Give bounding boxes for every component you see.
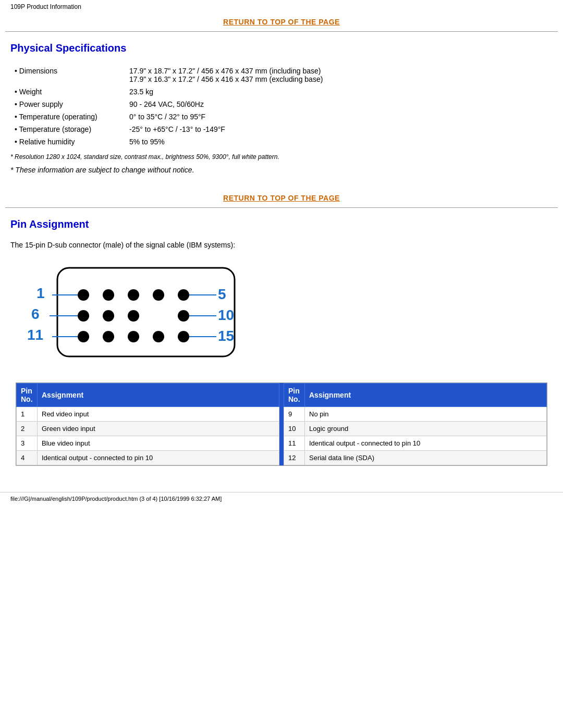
status-bar-text: file:///G|/manual/english/109P/product/p… bbox=[10, 496, 222, 502]
svg-point-20 bbox=[78, 331, 89, 342]
pin-assignment: Serial data line (SDA) bbox=[305, 451, 547, 465]
pin-number: 3 bbox=[17, 436, 38, 451]
svg-text:5: 5 bbox=[218, 286, 226, 302]
pin-assignment: Identical output - connected to pin 10 bbox=[305, 436, 547, 451]
svg-point-3 bbox=[78, 289, 89, 301]
spec-value-humidity: 5% to 95% bbox=[125, 135, 553, 148]
pin-number: 2 bbox=[17, 422, 38, 436]
spec-row-dimensions: • Dimensions 17.9" x 18.7" x 17.2" / 456… bbox=[10, 65, 553, 85]
svg-point-22 bbox=[128, 331, 139, 342]
pin-number: 10 bbox=[284, 422, 305, 436]
return-link-middle[interactable]: RETURN TO TOP OF THE PAGE bbox=[0, 190, 563, 207]
svg-point-4 bbox=[103, 289, 114, 301]
table-row: 1 Red video input bbox=[17, 407, 279, 422]
spec-row-temp-storage: • Temperature (storage) -25° to +65°C / … bbox=[10, 123, 553, 135]
spec-label-temp-st: • Temperature (storage) bbox=[10, 123, 125, 135]
svg-point-21 bbox=[103, 331, 114, 342]
pin-table-left: PinNo. Assignment 1 Red video input 2 Gr… bbox=[16, 383, 279, 465]
spec-table: • Dimensions 17.9" x 18.7" x 17.2" / 456… bbox=[10, 65, 553, 148]
svg-point-24 bbox=[178, 331, 189, 342]
table-row: 3 Blue video input bbox=[17, 436, 279, 451]
svg-point-14 bbox=[128, 310, 139, 322]
pin-number: 4 bbox=[17, 451, 38, 465]
assignment-header-left: Assignment bbox=[38, 384, 279, 407]
svg-point-13 bbox=[103, 310, 114, 322]
physical-specs-title: Physical Specifications bbox=[10, 42, 553, 54]
svg-text:15: 15 bbox=[218, 328, 234, 344]
pin-assignment-section: Pin Assignment The 15-pin D-sub connecto… bbox=[0, 208, 563, 482]
connector-diagram: 1 5 6 10 bbox=[10, 257, 553, 372]
pin-number: 12 bbox=[284, 451, 305, 465]
return-link-top[interactable]: RETURN TO TOP OF THE PAGE bbox=[0, 14, 563, 31]
physical-specs-section: Physical Specifications • Dimensions 17.… bbox=[0, 32, 563, 190]
status-bar: file:///G|/manual/english/109P/product/p… bbox=[0, 492, 563, 505]
svg-point-7 bbox=[178, 289, 189, 301]
footnote-text: * Resolution 1280 x 1024, standard size,… bbox=[10, 153, 279, 161]
pin-assignment: Blue video input bbox=[38, 436, 279, 451]
pin-number: 1 bbox=[17, 407, 38, 422]
pin-table-right-header: PinNo. Assignment bbox=[284, 384, 547, 407]
pin-assignment-title: Pin Assignment bbox=[10, 218, 553, 230]
spec-label-temp-op: • Temperature (operating) bbox=[10, 110, 125, 123]
spec-row-humidity: • Relative humidity 5% to 95% bbox=[10, 135, 553, 148]
table-row: 11 Identical output - connected to pin 1… bbox=[284, 436, 547, 451]
spec-value-dimensions: 17.9" x 18.7" x 17.2" / 456 x 476 x 437 … bbox=[125, 65, 553, 85]
spec-label-humidity: • Relative humidity bbox=[10, 135, 125, 148]
pin-assignment: No pin bbox=[305, 407, 547, 422]
pin-number: 9 bbox=[284, 407, 305, 422]
spec-value-temp-st: -25° to +65°C / -13° to -149°F bbox=[125, 123, 553, 135]
pin-table-right: PinNo. Assignment 9 No pin 10 Logic grou… bbox=[284, 383, 547, 465]
svg-text:11: 11 bbox=[27, 327, 43, 343]
pin-assignment: Green video input bbox=[38, 422, 279, 436]
pin-no-header-left: PinNo. bbox=[17, 384, 38, 407]
svg-point-6 bbox=[153, 289, 164, 301]
table-row: 12 Serial data line (SDA) bbox=[284, 451, 547, 465]
svg-point-23 bbox=[153, 331, 164, 342]
footnote: * Resolution 1280 x 1024, standard size,… bbox=[10, 153, 553, 161]
pin-table-left-header: PinNo. Assignment bbox=[17, 384, 279, 407]
svg-point-5 bbox=[128, 289, 139, 301]
spec-row-weight: • Weight 23.5 kg bbox=[10, 85, 553, 98]
connector-svg: 1 5 6 10 bbox=[26, 257, 276, 372]
svg-text:1: 1 bbox=[36, 285, 45, 301]
return-to-top-link[interactable]: RETURN TO TOP OF THE PAGE bbox=[223, 18, 340, 26]
spec-value-weight: 23.5 kg bbox=[125, 85, 553, 98]
pin-description: The 15-pin D-sub connector (male) of the… bbox=[10, 241, 553, 249]
spec-value-power: 90 - 264 VAC, 50/60Hz bbox=[125, 98, 553, 110]
table-row: 9 No pin bbox=[284, 407, 547, 422]
pin-no-header-right: PinNo. bbox=[284, 384, 305, 407]
topbar-text: 109P Product Information bbox=[10, 3, 81, 10]
svg-point-12 bbox=[78, 310, 89, 322]
return-to-top-link-2[interactable]: RETURN TO TOP OF THE PAGE bbox=[223, 194, 340, 202]
svg-text:6: 6 bbox=[31, 306, 40, 322]
table-row: 2 Green video input bbox=[17, 422, 279, 436]
spec-row-power: • Power supply 90 - 264 VAC, 50/60Hz bbox=[10, 98, 553, 110]
table-row: 10 Logic ground bbox=[284, 422, 547, 436]
spec-label-weight: • Weight bbox=[10, 85, 125, 98]
svg-point-15 bbox=[178, 310, 189, 322]
spec-label-dimensions: • Dimensions bbox=[10, 65, 125, 85]
pin-assignment: Identical output - connected to pin 10 bbox=[38, 451, 279, 465]
pin-number: 11 bbox=[284, 436, 305, 451]
svg-text:10: 10 bbox=[218, 307, 234, 323]
spec-value-temp-op: 0° to 35°C / 32° to 95°F bbox=[125, 110, 553, 123]
notice-text: * These information are subject to chang… bbox=[10, 166, 553, 174]
pin-assignment: Logic ground bbox=[305, 422, 547, 436]
assignment-header-right: Assignment bbox=[305, 384, 547, 407]
table-row: 4 Identical output - connected to pin 10 bbox=[17, 451, 279, 465]
table-divider bbox=[279, 383, 284, 465]
top-bar: 109P Product Information bbox=[0, 0, 563, 14]
spec-label-power: • Power supply bbox=[10, 98, 125, 110]
pin-assignment: Red video input bbox=[38, 407, 279, 422]
pin-assignment-table-wrapper: PinNo. Assignment 1 Red video input 2 Gr… bbox=[16, 382, 547, 466]
spec-row-temp-operating: • Temperature (operating) 0° to 35°C / 3… bbox=[10, 110, 553, 123]
